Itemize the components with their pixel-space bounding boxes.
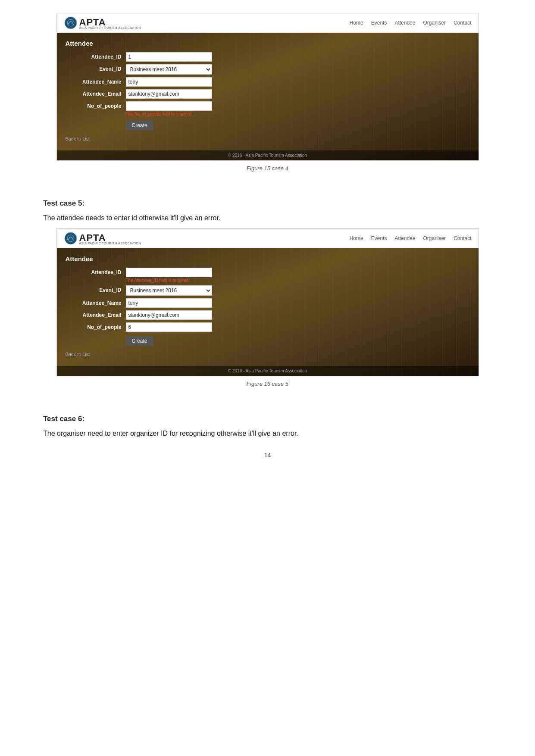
form-row-attendee-id-case5: Attendee_ID The Attendee_ID field is req…	[66, 268, 470, 283]
attendee-email-input-case4[interactable]	[126, 89, 212, 99]
nav-contact-case5[interactable]: Contact	[454, 235, 471, 241]
form-area-case4: Attendee Attendee_ID Event_ID Business m…	[57, 33, 479, 150]
footer-case4: © 2016 - Asia Pacific Tourism Associatio…	[57, 150, 479, 160]
attendee-name-input-case5[interactable]	[126, 298, 212, 308]
back-to-list-case4[interactable]: Back to List	[66, 136, 90, 141]
screenshot-figure16: APTA ASIA PACIFIC TOURISM ASSOCIATION Ho…	[56, 228, 479, 376]
label-attendee-id-case4: Attendee_ID	[66, 52, 126, 60]
label-attendee-email-case4: Attendee_Email	[66, 89, 126, 97]
form-title-case4: Attendee	[66, 40, 470, 47]
input-wrap-attendee-email-case4	[126, 89, 212, 99]
error-attendee-id-case5: The Attendee_ID field is required.	[126, 278, 212, 283]
input-wrap-attendee-name-case5	[126, 298, 212, 308]
nav-links-case4: Home Events Attendee Organiser Contact	[350, 20, 472, 26]
navbar-case4: APTA ASIA PACIFIC TOURISM ASSOCIATION Ho…	[57, 13, 479, 33]
attendee-name-input-case4[interactable]	[126, 77, 212, 87]
label-attendee-name-case4: Attendee_Name	[66, 77, 126, 85]
input-wrap-event-id-case4: Business meet 2016	[126, 64, 212, 75]
nav-events[interactable]: Events	[371, 20, 387, 26]
figure16-caption: Figure 16 case 5	[43, 381, 492, 387]
form-row-attendee-name-case4: Attendee_Name	[66, 77, 470, 87]
attendee-email-input-case5[interactable]	[126, 310, 212, 320]
page-number: 14	[43, 452, 492, 459]
input-wrap-attendee-id-case5: The Attendee_ID field is required.	[126, 268, 212, 283]
nav-contact[interactable]: Contact	[454, 20, 471, 26]
apta-logo-icon-case5	[64, 231, 78, 245]
figure15-caption: Figure 15 case 4	[43, 165, 492, 172]
nav-attendee[interactable]: Attendee	[394, 20, 415, 26]
input-wrap-attendee-id-case4	[126, 52, 212, 62]
event-id-select-case5[interactable]: Business meet 2016	[126, 285, 212, 296]
apta-logo-case4: APTA ASIA PACIFIC TOURISM ASSOCIATION	[64, 16, 141, 30]
form-row-attendee-id-case4: Attendee_ID	[66, 52, 470, 62]
form-row-no-of-people-case4: No_of_people The No_of_people field is r…	[66, 101, 470, 116]
label-event-id-case5: Event_ID	[66, 285, 126, 293]
label-attendee-name-case5: Attendee_Name	[66, 298, 126, 306]
nav-attendee-case5[interactable]: Attendee	[394, 235, 415, 241]
input-wrap-attendee-email-case5	[126, 310, 212, 320]
apta-logo-icon	[64, 16, 78, 30]
logo-text: APTA	[79, 17, 106, 28]
form-row-event-id-case5: Event_ID Business meet 2016	[66, 285, 470, 296]
testcase5-heading: Test case 5:	[43, 199, 492, 208]
label-event-id-case4: Event_ID	[66, 64, 126, 72]
nav-events-case5[interactable]: Events	[371, 235, 387, 241]
label-no-of-people-case5: No_of_people	[66, 322, 126, 330]
attendee-id-input-case4[interactable]	[126, 52, 212, 62]
screenshot-figure15: APTA ASIA PACIFIC TOURISM ASSOCIATION Ho…	[56, 13, 479, 161]
form-row-event-id-case4: Event_ID Business meet 2016	[66, 64, 470, 75]
nav-organiser-case5[interactable]: Organiser	[423, 235, 446, 241]
back-to-list-case5[interactable]: Back to List	[66, 352, 90, 357]
form-row-create-case4: Create	[66, 119, 470, 130]
hero-case5: Attendee Attendee_ID The Attendee_ID fie…	[57, 248, 479, 376]
testcase5-description: The attendee needs to enter id otherwise…	[43, 213, 492, 223]
logo-text-case5: APTA	[79, 232, 106, 243]
navbar-case5: APTA ASIA PACIFIC TOURISM ASSOCIATION Ho…	[57, 229, 479, 248]
apta-logo-case5: APTA ASIA PACIFIC TOURISM ASSOCIATION	[64, 231, 141, 245]
input-wrap-no-of-people-case4: The No_of_people field is required.	[126, 101, 212, 116]
nav-home[interactable]: Home	[350, 20, 363, 26]
input-wrap-attendee-name-case4	[126, 77, 212, 87]
form-row-no-of-people-case5: No_of_people	[66, 322, 470, 332]
footer-case5: © 2016 - Asia Pacific Tourism Associatio…	[57, 366, 479, 376]
form-row-attendee-name-case5: Attendee_Name	[66, 298, 470, 308]
input-wrap-event-id-case5: Business meet 2016	[126, 285, 212, 296]
form-title-case5: Attendee	[66, 255, 470, 262]
hero-case4: Attendee Attendee_ID Event_ID Business m…	[57, 33, 479, 160]
nav-organiser[interactable]: Organiser	[423, 20, 446, 26]
attendee-id-input-case5[interactable]	[126, 268, 212, 277]
form-row-attendee-email-case4: Attendee_Email	[66, 89, 470, 99]
label-attendee-email-case5: Attendee_Email	[66, 310, 126, 318]
testcase6-description: The organiser need to enter organizer ID…	[43, 428, 492, 439]
no-of-people-input-case5[interactable]	[126, 322, 212, 332]
form-area-case5: Attendee Attendee_ID The Attendee_ID fie…	[57, 248, 479, 366]
logo-subtext: ASIA PACIFIC TOURISM ASSOCIATION	[79, 26, 141, 29]
logo-subtext-case5: ASIA PACIFIC TOURISM ASSOCIATION	[79, 242, 141, 245]
input-wrap-no-of-people-case5	[126, 322, 212, 332]
form-row-attendee-email-case5: Attendee_Email	[66, 310, 470, 320]
svg-point-0	[65, 17, 77, 29]
create-button-case4[interactable]: Create	[126, 121, 153, 130]
nav-links-case5: Home Events Attendee Organiser Contact	[350, 235, 472, 241]
label-no-of-people-case4: No_of_people	[66, 101, 126, 109]
testcase6-heading: Test case 6:	[43, 415, 492, 423]
nav-home-case5[interactable]: Home	[350, 235, 363, 241]
event-id-select-case4[interactable]: Business meet 2016	[126, 64, 212, 75]
create-button-case5[interactable]: Create	[126, 336, 153, 346]
form-row-create-case5: Create	[66, 334, 470, 346]
svg-point-2	[65, 232, 77, 244]
label-attendee-id-case5: Attendee_ID	[66, 268, 126, 275]
error-no-of-people-case4: The No_of_people field is required.	[126, 112, 212, 116]
no-of-people-input-case4[interactable]	[126, 101, 212, 111]
